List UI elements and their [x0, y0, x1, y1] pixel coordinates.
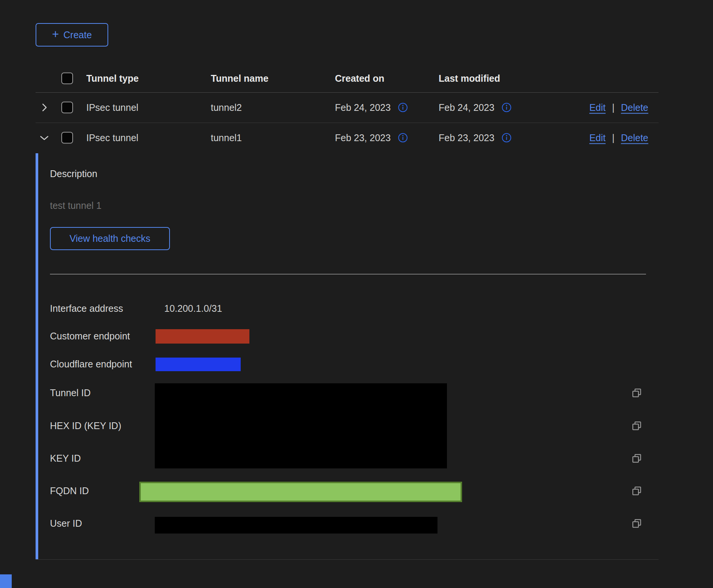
- panel-bottom-divider: [36, 559, 659, 560]
- bottom-left-accent-square: [0, 574, 12, 588]
- created-on-cell: Feb 24, 2023: [335, 102, 408, 113]
- view-health-checks-button[interactable]: View health checks: [50, 227, 170, 250]
- select-all-checkbox[interactable]: [61, 72, 73, 84]
- tunnel-type-cell: IPsec tunnel: [86, 132, 139, 143]
- header-created-on: Created on: [335, 73, 385, 84]
- expanded-row-indicator-bar: [36, 153, 38, 559]
- fqdn-id-redacted-value: [139, 482, 462, 502]
- info-circle-icon[interactable]: [398, 133, 408, 143]
- last-modified-cell: Feb 24, 2023: [439, 102, 512, 113]
- create-button[interactable]: + Create: [36, 23, 108, 47]
- header-last-modified: Last modified: [439, 73, 500, 84]
- ipsec-tunnels-page: + Create Tunnel type Tunnel name Created…: [0, 0, 713, 588]
- chevron-down-icon[interactable]: [38, 131, 51, 144]
- copy-icon[interactable]: [630, 419, 644, 433]
- create-button-label: Create: [64, 30, 92, 40]
- description-value: test tunnel 1: [50, 200, 101, 211]
- last-modified-date: Feb 23, 2023: [439, 132, 494, 143]
- copy-icon[interactable]: [630, 386, 644, 400]
- tunnel-id-label: Tunnel ID: [50, 387, 90, 398]
- edit-link[interactable]: Edit: [589, 102, 606, 113]
- tunnel-name-cell: tunnel1: [211, 132, 242, 143]
- cloudflare-endpoint-redacted-value: [156, 358, 241, 371]
- hex-id-label: HEX ID (KEY ID): [50, 420, 121, 431]
- info-circle-icon[interactable]: [501, 133, 512, 143]
- edit-link[interactable]: Edit: [589, 132, 606, 143]
- plus-icon: +: [52, 28, 59, 40]
- ids-redacted-values: [155, 383, 447, 468]
- user-id-redacted-value: [155, 517, 437, 534]
- customer-endpoint-redacted-value: [156, 329, 249, 344]
- row-actions: Edit | Delete: [589, 102, 648, 113]
- created-on-date: Feb 24, 2023: [335, 102, 391, 113]
- actions-separator: |: [612, 102, 615, 113]
- interface-address-label: Interface address: [50, 303, 123, 314]
- copy-icon[interactable]: [630, 452, 644, 465]
- info-circle-icon[interactable]: [398, 103, 408, 113]
- description-label: Description: [50, 168, 97, 179]
- tunnel-type-cell: IPsec tunnel: [86, 102, 139, 113]
- table-header-row: Tunnel type Tunnel name Created on Last …: [36, 64, 659, 92]
- delete-link[interactable]: Delete: [621, 102, 648, 113]
- interface-address-value: 10.200.1.0/31: [164, 303, 222, 314]
- info-circle-icon[interactable]: [501, 103, 512, 113]
- tunnel-name-cell: tunnel2: [211, 102, 242, 113]
- row-checkbox[interactable]: [61, 132, 73, 144]
- actions-separator: |: [612, 132, 615, 143]
- chevron-right-icon[interactable]: [38, 101, 51, 114]
- key-id-label: KEY ID: [50, 453, 81, 464]
- table-row-tunnel2: IPsec tunnel tunnel2 Feb 24, 2023 Feb 24…: [36, 92, 659, 123]
- last-modified-cell: Feb 23, 2023: [439, 132, 512, 143]
- copy-icon[interactable]: [630, 484, 644, 498]
- table-row-tunnel1: IPsec tunnel tunnel1 Feb 23, 2023 Feb 23…: [36, 123, 659, 153]
- row-actions: Edit | Delete: [589, 132, 648, 143]
- customer-endpoint-label: Customer endpoint: [50, 331, 130, 342]
- detail-divider: [50, 274, 646, 274]
- copy-icon[interactable]: [630, 517, 644, 530]
- last-modified-date: Feb 24, 2023: [439, 102, 494, 113]
- row-checkbox[interactable]: [61, 102, 73, 114]
- fqdn-id-label: FQDN ID: [50, 485, 89, 496]
- header-tunnel-name: Tunnel name: [211, 73, 268, 84]
- created-on-cell: Feb 23, 2023: [335, 132, 408, 143]
- created-on-date: Feb 23, 2023: [335, 132, 391, 143]
- cloudflare-endpoint-label: Cloudflare endpoint: [50, 359, 132, 370]
- header-tunnel-type: Tunnel type: [86, 73, 139, 84]
- user-id-label: User ID: [50, 518, 82, 529]
- delete-link[interactable]: Delete: [621, 132, 648, 143]
